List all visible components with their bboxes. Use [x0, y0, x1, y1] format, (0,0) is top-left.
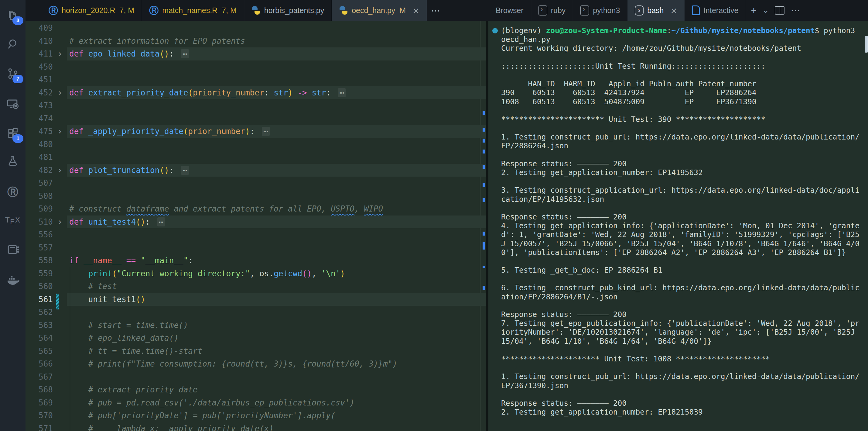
tab-ruby[interactable]: ruby [531, 0, 574, 21]
terminal-panel[interactable]: (blogenv) zou@zou-System-Product-Name:~/… [488, 21, 868, 431]
tab-browser[interactable]: Browser [488, 0, 531, 21]
chevron-down-icon[interactable]: ⌄ [763, 6, 769, 15]
code-line-410[interactable]: 410# extract information for EPO patents [26, 35, 486, 48]
tab-oecd_han.py[interactable]: oecd_han.pyM× [332, 0, 427, 21]
code-line-508[interactable]: 508 [26, 190, 486, 203]
code-editor[interactable]: 409410# extract information for EPO pate… [26, 21, 486, 431]
tab-horizon_2020.r[interactable]: Ⓡhorizon_2020.R7, M [41, 0, 142, 21]
code-line-475[interactable]: 475›def _apply_priority_date(prior_numbe… [26, 125, 486, 138]
code-line-409[interactable]: 409 [26, 22, 486, 35]
terminal-line-25: J 15/0057', 'B25J 15/0066', 'B25J 15/04'… [488, 239, 868, 248]
line-number: 508 [26, 190, 53, 203]
line-number: 507 [26, 177, 53, 190]
code-line-565[interactable]: 565 # tt = time.time()-start [26, 345, 486, 358]
overview-change-marker [483, 286, 485, 290]
terminal-line-24: d': 1, 'grantDate': 'Wed, 22 Aug 2018', … [488, 230, 868, 239]
new-terminal-button[interactable]: + [751, 5, 756, 16]
terminal-line-40: 1. Testing construct_pub_url: https://da… [488, 372, 868, 381]
code-line-567[interactable]: 567 [26, 371, 486, 383]
line-number: 570 [26, 409, 53, 422]
code-line-510[interactable]: 510›def unit_test4(): ⋯ [26, 216, 486, 229]
code-line-556[interactable]: 556 [26, 228, 486, 241]
terminal-line-15 [488, 150, 868, 159]
sidebar-item-source-control[interactable]: 7 [0, 63, 26, 86]
terminal-line-39 [488, 363, 868, 372]
terminal-line-22: Response status: ——————— 200 [488, 212, 868, 221]
line-number: 558 [26, 254, 53, 267]
tab-python3[interactable]: python3 [573, 0, 627, 21]
line-number: 480 [26, 138, 53, 151]
code-line-482[interactable]: 482›def plot_truncation(): ⋯ [26, 164, 486, 177]
code-line-411[interactable]: 411›def epo_linked_data(): ⋯ [26, 48, 486, 60]
fold-chevron-icon[interactable]: › [57, 48, 63, 60]
line-number: 563 [26, 319, 53, 332]
code-line-571[interactable]: 571 # lambda x: _apply_priority_date(x) [26, 422, 486, 431]
sidebar-item-explorer[interactable]: 3 [0, 4, 26, 27]
code-line-570[interactable]: 570 # pub['priorityDate'] = pub['priorit… [26, 409, 486, 422]
code-line-559[interactable]: 559 print("Current working directory:", … [26, 267, 486, 280]
code-line-560[interactable]: 560 # test [26, 280, 486, 293]
sidebar-item-notebook[interactable] [0, 238, 26, 262]
code-line-474[interactable]: 474 [26, 112, 486, 125]
tab-horbis_patents.py[interactable]: horbis_patents.py [244, 0, 332, 21]
python-icon [339, 6, 348, 15]
code-line-481[interactable]: 481 [26, 151, 486, 164]
fold-chevron-icon[interactable]: › [57, 125, 63, 138]
python-icon [251, 6, 260, 15]
code-line-568[interactable]: 568 # extract priority date [26, 383, 486, 396]
sidebar-item-r-language[interactable]: Ⓡ [0, 180, 26, 204]
line-number: 475 [26, 125, 53, 138]
code-line-562[interactable]: 562 [26, 306, 486, 319]
close-icon[interactable]: × [671, 6, 678, 15]
overview-change-marker [483, 232, 485, 235]
sidebar-item-testing[interactable] [0, 150, 26, 173]
code-line-509[interactable]: 509# construct dataframe and extract pat… [26, 202, 486, 216]
terminal-tabs: Browserrubypython3bash×Interactive [488, 0, 746, 21]
code-line-480[interactable]: 480 [26, 138, 486, 151]
code-text: def _apply_priority_date(prior_number): … [69, 125, 270, 138]
more-actions-icon[interactable]: ⋯ [790, 5, 800, 16]
terminal-line-26: 0'], 'publicationItems': ['EP 2886264 A2… [488, 248, 868, 257]
code-line-507[interactable]: 507 [26, 177, 486, 190]
tab-label: ruby [551, 6, 566, 15]
tab-bash[interactable]: bash× [627, 0, 685, 21]
code-line-452[interactable]: 452›def extract_priority_date(priority_n… [26, 86, 486, 99]
code-text: def extract_priority_date(priority_numbe… [69, 86, 346, 99]
sidebar-item-latex[interactable]: TEX [0, 208, 26, 231]
code-line-451[interactable]: 451 [26, 73, 486, 86]
more-tabs-icon[interactable]: ⋯ [427, 0, 445, 21]
terminal-line-18 [488, 177, 868, 186]
tab-match_names.r[interactable]: Ⓡmatch_names.R7, M [142, 0, 244, 21]
terminal-line-21 [488, 204, 868, 212]
sidebar-item-remote-explorer[interactable] [0, 93, 26, 116]
code-line-563[interactable]: 563 # start = time.time() [26, 319, 486, 332]
search-icon [6, 38, 19, 52]
fold-chevron-icon[interactable]: › [57, 216, 63, 229]
code-line-450[interactable]: 450 [26, 60, 486, 74]
line-number: 409 [26, 22, 53, 35]
code-line-473[interactable]: 473 [26, 99, 486, 112]
code-line-566[interactable]: 566 # print(f"Time consumption: {round(t… [26, 357, 486, 371]
code-line-561[interactable]: 561 unit_test1() [26, 293, 486, 306]
code-text: def plot_truncation(): ⋯ [69, 164, 189, 177]
line-number: 451 [26, 73, 53, 86]
code-text: def epo_linked_data(): ⋯ [69, 48, 189, 60]
vscode-window: 3 7 1 [0, 0, 868, 431]
indent-guide [70, 267, 70, 431]
editor-terminal-splitter[interactable] [486, 21, 488, 431]
sidebar-item-docker[interactable] [0, 269, 26, 292]
code-line-557[interactable]: 557 [26, 241, 486, 254]
tab-interactive[interactable]: Interactive [685, 0, 746, 21]
terminal-line-6 [488, 70, 868, 79]
code-text: # pub['priorityDate'] = pub['priorityNum… [69, 409, 336, 422]
sidebar-item-search[interactable] [0, 33, 26, 57]
line-number: 452 [26, 86, 53, 99]
fold-chevron-icon[interactable]: › [57, 86, 63, 99]
code-line-558[interactable]: 558if __name__ == "__main__": [26, 254, 486, 267]
code-line-564[interactable]: 564 # epo_linked_data() [26, 332, 486, 345]
close-icon[interactable]: × [412, 6, 420, 15]
sidebar-item-extensions[interactable]: 1 [0, 122, 26, 145]
code-line-569[interactable]: 569 # pub = pd.read_csv('./data/airbus_e… [26, 396, 486, 409]
fold-chevron-icon[interactable]: › [57, 164, 63, 177]
split-editor-icon[interactable] [775, 6, 784, 15]
